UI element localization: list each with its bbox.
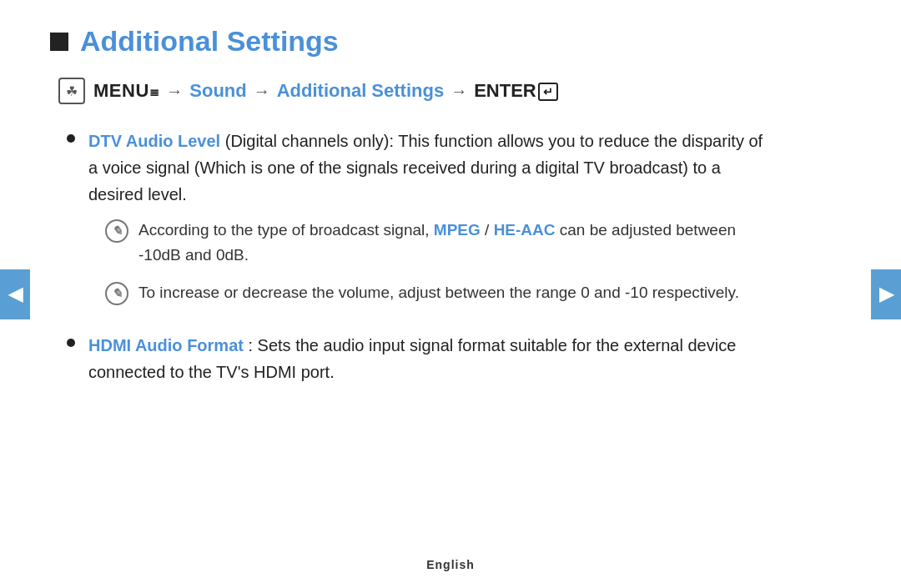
- note-icon-1: ✎: [105, 219, 128, 243]
- note1-slash: /: [481, 221, 494, 239]
- left-arrow-icon: ◀: [8, 284, 23, 305]
- bullet-dot-2: [67, 339, 75, 347]
- breadcrumb-path: MENU≣ → Sound → Additional Settings → EN…: [93, 80, 558, 102]
- hdmi-audio-format-term: HDMI Audio Format: [88, 336, 244, 354]
- bullet-item-hdmi: HDMI Audio Format : Sets the audio input…: [67, 332, 768, 385]
- dtv-audio-level-content: DTV Audio Level (Digital channels only):…: [88, 128, 768, 317]
- dtv-notes: ✎ According to the type of broadcast sig…: [88, 218, 768, 305]
- menu-label: MENU≣: [93, 80, 159, 102]
- nav-arrow-left[interactable]: ◀: [0, 269, 30, 319]
- note-item-volume: ✎ To increase or decrease the volume, ad…: [105, 280, 768, 305]
- bullet-item-dtv: DTV Audio Level (Digital channels only):…: [67, 128, 768, 317]
- page-title: Additional Settings: [80, 25, 339, 58]
- arrow-1: →: [166, 82, 183, 101]
- note-icon-2: ✎: [105, 282, 128, 305]
- menu-remote-icon: ☘: [58, 78, 85, 104]
- bullet-dot-1: [67, 134, 75, 143]
- arrow-3: →: [450, 82, 467, 101]
- content-section: DTV Audio Level (Digital channels only):…: [50, 128, 768, 385]
- menu-breadcrumb: ☘ MENU≣ → Sound → Additional Settings → …: [50, 78, 768, 104]
- heaac-term: HE-AAC: [494, 221, 556, 239]
- title-section: Additional Settings: [50, 25, 768, 58]
- dtv-audio-level-term: DTV Audio Level: [88, 132, 220, 150]
- nav-arrow-right[interactable]: ▶: [871, 269, 901, 319]
- footer-language: English: [426, 558, 475, 571]
- note-text-1: According to the type of broadcast signa…: [138, 218, 768, 269]
- note-text-2: To increase or decrease the volume, adju…: [138, 280, 739, 305]
- additional-settings-label: Additional Settings: [277, 80, 444, 102]
- note1-text: According to the type of broadcast signa…: [138, 221, 434, 239]
- title-square-icon: [50, 33, 68, 51]
- enter-label: ENTER↵: [474, 80, 558, 102]
- hdmi-audio-format-content: HDMI Audio Format : Sets the audio input…: [88, 332, 768, 385]
- right-arrow-icon: ▶: [879, 284, 893, 305]
- arrow-2: →: [254, 82, 270, 101]
- mpeg-term: MPEG: [434, 221, 481, 239]
- page-content: Additional Settings ☘ MENU≣ → Sound → Ad…: [0, 0, 834, 425]
- note-item-mpeg: ✎ According to the type of broadcast sig…: [105, 218, 768, 269]
- sound-label: Sound: [189, 80, 246, 102]
